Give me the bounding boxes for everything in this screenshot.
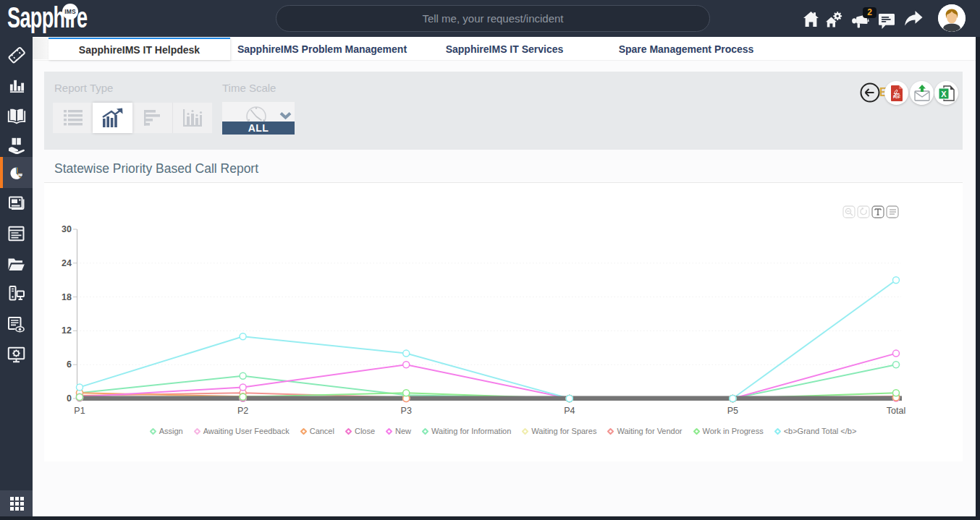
- svg-text:30: 30: [62, 224, 72, 234]
- svg-text:P3: P3: [401, 406, 412, 416]
- svg-text:0: 0: [67, 393, 72, 404]
- svg-text:12: 12: [62, 325, 72, 336]
- svg-text:X: X: [941, 89, 947, 98]
- svg-text:Total: Total: [887, 406, 905, 416]
- svg-text:24: 24: [62, 258, 72, 268]
- svg-text:P5: P5: [727, 406, 738, 416]
- svg-text:P2: P2: [237, 406, 248, 416]
- svg-text:18: 18: [62, 292, 72, 302]
- svg-text:P1: P1: [74, 406, 85, 416]
- svg-text:6: 6: [67, 359, 72, 370]
- svg-text:P4: P4: [564, 406, 575, 416]
